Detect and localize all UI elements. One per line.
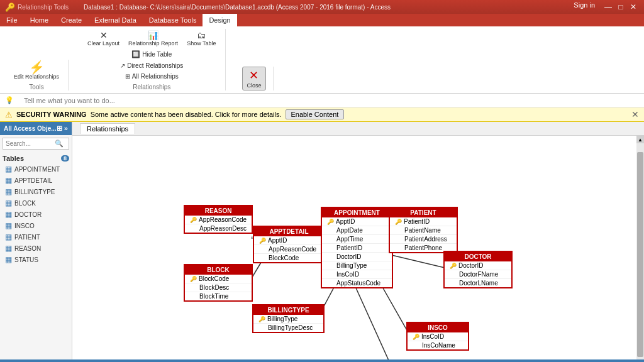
tab-home[interactable]: Home <box>24 14 55 26</box>
tellme-input[interactable] <box>19 96 145 105</box>
status-bar: Ready Num Lock <box>0 359 644 362</box>
scroll-thumb-v[interactable] <box>637 152 643 357</box>
table-insco-header: INSCO <box>408 323 468 332</box>
minimize-button[interactable]: — <box>602 1 614 13</box>
sidebar-item-billingtype[interactable]: ▦ BILLINGTYPE <box>3 186 69 197</box>
appt-field-1: ApptID <box>336 218 355 225</box>
close-button-ribbon[interactable]: ✕ Close <box>242 67 265 90</box>
ribbon-btn-row-3: ↗ Direct Relationships <box>118 61 186 70</box>
clear-layout-button[interactable]: ✕ Clear Layout <box>84 29 123 48</box>
table-block[interactable]: BLOCK 🔑 BlockCode BlockDesc BlockTime <box>184 264 253 302</box>
doctor-field-3: DoctorLName <box>459 280 498 287</box>
table-doctor[interactable]: DOCTOR 🔑 DoctorID DoctorFName DoctorLNam… <box>443 251 513 288</box>
tab-external-data[interactable]: External Data <box>88 14 143 26</box>
insco-field-1: InsCoID <box>421 333 444 340</box>
tab-design[interactable]: Design <box>203 14 236 26</box>
appt-row-6: BillingType <box>322 261 392 270</box>
sidebar-item-insco[interactable]: ▦ INSCO <box>3 220 69 231</box>
edit-relationships-icon: ⚡ <box>29 61 45 74</box>
all-rel-icon: ⊞ <box>125 73 130 80</box>
security-close-button[interactable]: ✕ <box>631 109 639 119</box>
tables-header: Tables 8 <box>3 153 69 163</box>
tab-file[interactable]: File <box>0 14 24 26</box>
apptdetail-field-3: BlockCode <box>269 255 299 261</box>
table-billingtype[interactable]: BILLINGTYPE 🔑 BillingType BillingTypeDes… <box>252 304 325 333</box>
table-appointment[interactable]: APPOINTMENT 🔑 ApptID ApptDate ApptTime P… <box>321 207 393 288</box>
patient-label: PATIENT <box>14 234 40 241</box>
table-icon-block: ▦ <box>5 199 12 207</box>
table-patient[interactable]: PATIENT 🔑 PatientID PatientName PatientA… <box>389 207 458 253</box>
relationship-report-button[interactable]: 📊 Relationship Report <box>125 29 182 48</box>
table-patient-header: PATIENT <box>390 208 457 217</box>
edit-relationships-button[interactable]: ⚡ Edit Relationships <box>10 60 63 81</box>
billingtype-field-1: BillingType <box>267 315 297 322</box>
close-button[interactable]: ✕ <box>628 1 639 13</box>
patient-row-1: 🔑 PatientID <box>390 217 457 226</box>
sidebar-item-status[interactable]: ▦ STATUS <box>3 254 69 265</box>
canvas-inner[interactable]: ∞ ∞ ∞ 1 1 1 1 1 ∞ ∞ ∞ ∞ 1 1 1 REASON <box>72 136 644 359</box>
hide-table-button[interactable]: 🔲 Hide Table <box>129 49 174 60</box>
billingtype-row-2: BillingTypeDesc <box>253 324 323 332</box>
block-field-3: BlockTime <box>199 293 228 300</box>
table-insco[interactable]: INSCO 🔑 InsCoID InsCoName <box>406 322 469 351</box>
panel-options[interactable]: ⊞ » <box>57 124 68 133</box>
show-table-button[interactable]: 🗂 Show Table <box>183 29 219 48</box>
apptdetail-label: APPTDETAIL <box>14 177 52 184</box>
tab-database-tools[interactable]: Database Tools <box>143 14 203 26</box>
block-field-1: BlockCode <box>199 275 229 282</box>
window-title: Database1 : Database- C:\Users\saira\Doc… <box>84 4 391 11</box>
apptdetail-field-2: AppReasonCode <box>269 246 316 253</box>
sidebar-item-block[interactable]: ▦ BLOCK <box>3 197 69 209</box>
table-apptdetail[interactable]: APPTDETAIL 🔑 ApptID AppReasonCode BlockC… <box>253 226 325 263</box>
direct-relationships-button[interactable]: ↗ Direct Relationships <box>118 61 186 70</box>
sidebar-item-apptdetail[interactable]: ▦ APPTDETAIL <box>3 175 69 186</box>
close-icon: ✕ <box>249 69 258 82</box>
appt-field-5: DoctorID <box>336 253 361 260</box>
sidebar-item-patient[interactable]: ▦ PATIENT <box>3 231 69 243</box>
doctor-row-2: DoctorFName <box>445 270 511 279</box>
insco-field-2: InsCoName <box>422 342 455 349</box>
panel-title: All Access Obje... <box>4 125 57 132</box>
appt-field-2: ApptDate <box>336 227 363 234</box>
appt-field-7: InsCoID <box>336 271 359 278</box>
apptdetail-title: APPTDETAIL <box>269 228 308 235</box>
sign-in-link[interactable]: Sign in <box>574 1 595 13</box>
security-message: Some active content has been disabled. C… <box>91 111 282 118</box>
key-icon-billingtype: 🔑 <box>258 316 265 322</box>
maximize-button[interactable]: □ <box>615 1 626 13</box>
patient-field-3: PatientAddress <box>404 236 447 243</box>
table-icon-apptdetail: ▦ <box>5 176 12 185</box>
sidebar-item-appointment[interactable]: ▦ APPOINTMENT <box>3 163 69 175</box>
key-icon-doctor: 🔑 <box>450 263 457 269</box>
table-appointment-header: APPOINTMENT <box>322 208 392 217</box>
table-reason[interactable]: REASON 🔑 AppReasonCode AppReasonDesc <box>184 205 253 234</box>
ribbon-group-tools: ⚡ Edit Relationships Tools <box>5 60 69 90</box>
insco-row-1: 🔑 InsCoID <box>408 332 468 341</box>
title-bar: 🔑 Relationship Tools Database1 : Databas… <box>0 0 644 14</box>
scroll-up-btn[interactable]: ▲ <box>636 136 644 143</box>
svg-line-7 <box>355 287 399 359</box>
left-panel: All Access Obje... ⊞ » 🔍 Tables 8 ▦ APPO… <box>0 122 72 359</box>
tables-label: Tables <box>3 155 24 162</box>
key-icon-block: 🔑 <box>190 276 197 282</box>
search-input[interactable] <box>3 140 53 148</box>
app-icon: 🔑 <box>5 3 15 12</box>
sidebar-item-doctor[interactable]: ▦ DOCTOR <box>3 209 69 220</box>
left-panel-header: All Access Obje... ⊞ » <box>0 122 72 135</box>
relationships-tab[interactable]: Relationships <box>80 123 135 134</box>
table-icon-doctor: ▦ <box>5 210 12 219</box>
canvas-area[interactable]: Relationships <box>72 122 644 359</box>
ribbon-group-relationships: ✕ Clear Layout 📊 Relationship Report 🗂 S… <box>79 29 225 90</box>
all-relationships-button[interactable]: ⊞ All Relationships <box>123 72 181 81</box>
ribbon: File Home Create External Data Database … <box>0 14 644 94</box>
sidebar-item-reason[interactable]: ▦ REASON <box>3 243 69 254</box>
appt-field-6: BillingType <box>336 262 367 269</box>
block-field-2: BlockDesc <box>199 284 229 291</box>
insco-title: INSCO <box>428 324 448 331</box>
table-icon-billingtype: ▦ <box>5 187 12 196</box>
tab-create[interactable]: Create <box>55 14 88 26</box>
vertical-scrollbar[interactable]: ▲ ▼ <box>636 136 644 359</box>
report-icon: 📊 <box>148 30 158 40</box>
enable-content-button[interactable]: Enable Content <box>286 109 345 119</box>
block-row-2: BlockDesc <box>185 283 252 292</box>
